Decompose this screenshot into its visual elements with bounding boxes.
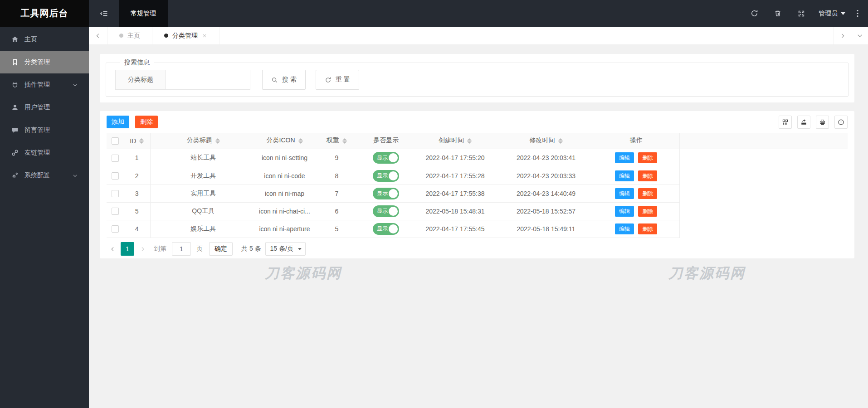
sort-icon[interactable] [558,138,563,144]
column-id[interactable]: ID [124,133,150,149]
clear-cache-button[interactable] [766,0,790,27]
prev-page-button[interactable] [107,242,118,256]
row-checkbox[interactable] [112,225,119,233]
edit-button[interactable]: 编辑 [615,170,634,181]
table-row: 4 娱乐工具 icon ni ni-aperture 5 显示 2022-04-… [107,220,679,238]
sidebar-item-users[interactable]: 用户管理 [0,96,89,119]
sort-icon[interactable] [139,138,144,144]
chevron-down-icon [72,173,78,179]
sort-icon[interactable] [298,138,303,144]
edit-button[interactable]: 编辑 [615,152,634,163]
visible-toggle[interactable]: 显示 [373,152,399,164]
edit-button[interactable]: 编辑 [615,188,634,199]
cell-id: 1 [124,149,150,167]
more-menu-button[interactable] [851,0,864,27]
cell-id: 5 [124,202,150,220]
row-checkbox[interactable] [112,155,119,162]
column-modified[interactable]: 修改时间 [499,133,593,149]
cell-weight: 7 [313,185,361,202]
visible-toggle[interactable]: 显示 [373,205,399,217]
current-page[interactable]: 1 [121,242,134,256]
admin-name: 管理员 [819,10,838,18]
sidebar-item-home[interactable]: 主页 [0,28,89,51]
watermark-text: 刀客源码网 [265,264,342,283]
column-title[interactable]: 分类标题 [150,133,256,149]
admin-dropdown[interactable]: 管理员 [813,0,851,27]
tab-close-icon[interactable] [202,33,207,39]
sidebar-item-label: 插件管理 [24,81,50,89]
delete-button[interactable]: 删除 [638,206,657,217]
delete-button[interactable]: 删除 [638,223,657,234]
edit-button[interactable]: 编辑 [615,206,634,217]
row-checkbox[interactable] [112,208,119,215]
tab-home-label: 主页 [127,32,140,40]
cell-id: 2 [124,167,150,185]
sidebar-item-label: 主页 [24,35,37,44]
add-button[interactable]: 添加 [107,116,129,128]
batch-delete-button[interactable]: 删除 [135,116,158,128]
tabs-scroll-left-button[interactable] [89,27,107,44]
cell-created: 2022-04-17 17:55:20 [411,149,499,167]
sidebar-item-messages[interactable]: 留言管理 [0,119,89,141]
sidebar-item-system-config[interactable]: 系统配置 [0,164,89,187]
sidebar-item-links[interactable]: 友链管理 [0,141,89,164]
reset-button[interactable]: 重 置 [316,70,359,90]
sort-icon[interactable] [342,138,347,144]
export-button[interactable] [797,116,810,129]
row-checkbox[interactable] [112,190,119,197]
tab-home[interactable]: 主页 [107,27,152,44]
tabs-scroll-right-button[interactable] [834,27,851,44]
delete-button[interactable]: 删除 [638,152,657,163]
refresh-button[interactable] [742,0,766,27]
visible-toggle[interactable]: 显示 [373,170,399,182]
cell-id: 3 [124,185,150,202]
fullscreen-button[interactable] [790,0,813,27]
page-size-select[interactable]: 15 条/页 [265,242,306,256]
app-window: 工具网后台 常规管理 [0,0,868,408]
sidebar-item-category[interactable]: 分类管理 [0,51,89,73]
category-title-input[interactable] [166,70,250,90]
sidebar-item-plugins[interactable]: 插件管理 [0,73,89,96]
column-created[interactable]: 创建时间 [411,133,499,149]
goto-page-input[interactable] [172,242,191,256]
cell-icon: icon ni ni-code [256,167,313,185]
select-all-checkbox[interactable] [112,137,119,145]
filter-columns-button[interactable] [779,116,792,129]
sort-icon[interactable] [215,138,220,144]
info-button[interactable] [834,116,848,129]
chevron-left-icon [95,33,101,39]
data-table: 1 站长工具 icon ni ni-setting 9 显示 2022-04-1… [107,149,680,238]
goto-confirm-button[interactable]: 确定 [209,242,233,256]
sidebar-collapse-button[interactable] [89,0,119,27]
visible-toggle[interactable]: 显示 [373,223,399,235]
tab-category-management[interactable]: 分类管理 [152,27,219,44]
table-toolbar: 添加 删除 [107,115,848,129]
cell-title: QQ工具 [150,202,256,220]
tab-dot-icon [164,34,168,38]
row-checkbox[interactable] [112,172,119,180]
delete-button[interactable]: 删除 [638,188,657,199]
sidebar-item-label: 系统配置 [24,171,50,180]
gears-icon [11,172,19,179]
caret-down-icon [841,12,845,15]
top-nav-tab-general[interactable]: 常规管理 [119,0,168,27]
search-button[interactable]: 搜 索 [262,70,306,90]
column-weight[interactable]: 权重 [313,133,361,149]
cell-weight: 5 [313,220,361,238]
sort-icon[interactable] [467,138,472,144]
tabs-menu-button[interactable] [851,27,868,44]
cell-id: 4 [124,220,150,238]
top-nav-tab-label: 常规管理 [131,10,156,18]
next-page-button[interactable] [137,242,148,256]
table-row: 5 QQ工具 icon ni ni-chat-ci... 6 显示 2022-0… [107,202,679,220]
sidebar-item-label: 留言管理 [24,126,50,134]
search-row: 分类标题 搜 索 重 置 [115,70,848,90]
column-icon[interactable]: 分类ICON [256,133,313,149]
edit-button[interactable]: 编辑 [615,223,634,234]
print-button[interactable] [816,116,829,129]
tab-dot-icon [119,34,123,38]
cell-created: 2022-04-17 17:55:45 [411,220,499,238]
visible-toggle[interactable]: 显示 [373,188,399,199]
delete-button[interactable]: 删除 [638,170,657,181]
page-size-value: 15 条/页 [270,245,293,253]
